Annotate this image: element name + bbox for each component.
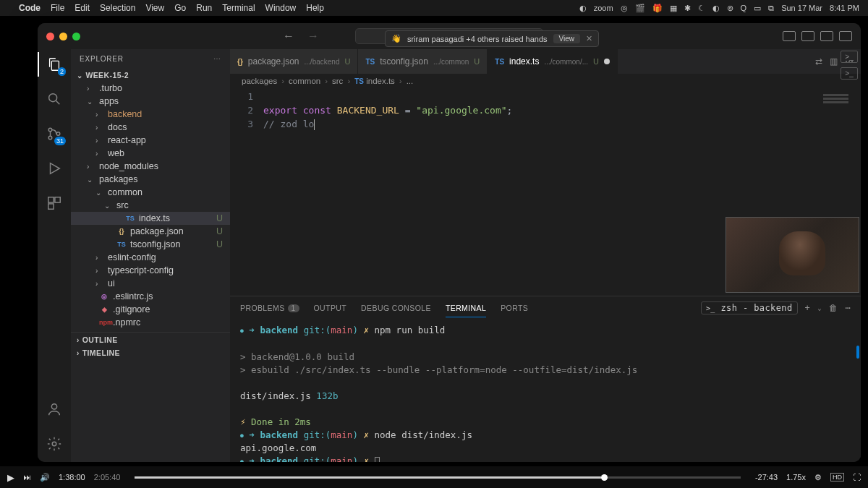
more-icon[interactable]: ⋯ <box>845 303 851 313</box>
nav-forward-icon[interactable]: → <box>307 30 319 43</box>
compare-icon[interactable]: ⇄ <box>815 56 822 67</box>
file-.npmrc[interactable]: npm.npmrc <box>71 316 230 329</box>
close-window-button[interactable] <box>46 33 54 40</box>
control-center-icon[interactable]: ⧉ <box>768 4 774 13</box>
folder-common[interactable]: ⌄common <box>71 186 230 199</box>
folder-node_modules[interactable]: ›node_modules <box>71 160 230 173</box>
menubar-icon[interactable]: ◐ <box>579 4 587 13</box>
breadcrumb-item[interactable]: common <box>289 77 320 85</box>
terminal-shell-icon[interactable]: >_ <box>841 67 858 80</box>
tab-tsconfig.json[interactable]: TStsconfig.json.../commonU <box>358 49 488 74</box>
tab-index.ts[interactable]: TSindex.ts.../common/...U <box>488 49 618 74</box>
folder-typescript-config[interactable]: ›typescript-config <box>71 264 230 277</box>
menubar-icon[interactable]: ◎ <box>621 4 628 13</box>
folder-src[interactable]: ⌄src <box>71 199 230 212</box>
breadcrumb-item[interactable]: packages <box>242 77 277 85</box>
minimize-window-button[interactable] <box>59 33 67 40</box>
menu-help[interactable]: Help <box>306 3 324 13</box>
folder-apps[interactable]: ⌄apps <box>71 95 230 108</box>
breadcrumb-item[interactable]: src <box>332 77 343 85</box>
menu-selection[interactable]: Selection <box>100 3 135 13</box>
notification-close-button[interactable]: ✕ <box>586 34 592 43</box>
menubar-date[interactable]: Sun 17 Mar <box>781 4 822 12</box>
menu-edit[interactable]: Edit <box>75 3 90 13</box>
layout-primary-icon[interactable] <box>783 31 796 41</box>
menu-view[interactable]: View <box>145 3 164 13</box>
folder-react-app[interactable]: ›react-app <box>71 134 230 147</box>
breadcrumbs[interactable]: packages›common›src›TS index.ts›... <box>230 74 861 88</box>
folder-docs[interactable]: ›docs <box>71 121 230 134</box>
tab-package.json[interactable]: {}package.json.../backendU <box>230 49 358 74</box>
menubar-icon[interactable]: ✱ <box>684 4 691 13</box>
video-speed[interactable]: 1.75x <box>786 473 806 481</box>
webcam-overlay[interactable] <box>726 217 859 293</box>
split-icon[interactable]: ▥ <box>830 56 838 67</box>
terminal-shell-icon[interactable]: >_ <box>841 51 858 63</box>
menubar-icon[interactable]: Q <box>741 4 747 12</box>
kill-terminal-icon[interactable]: 🗑 <box>829 303 838 313</box>
file-tsconfig.json[interactable]: TStsconfig.jsonU <box>71 238 230 251</box>
menubar-icon[interactable]: ◐ <box>712 4 720 13</box>
folder-.turbo[interactable]: ›.turbo <box>71 82 230 95</box>
video-progress[interactable] <box>135 476 740 479</box>
folder-ui[interactable]: ›ui <box>71 277 230 290</box>
file-.gitignore[interactable]: ◆.gitignore <box>71 303 230 316</box>
volume-icon[interactable]: 🔊 <box>40 473 50 482</box>
panel-tab-terminal[interactable]: TERMINAL <box>446 299 486 317</box>
folder-web[interactable]: ›web <box>71 147 230 160</box>
panel-tab-problems[interactable]: PROBLEMS1 <box>240 299 299 317</box>
layout-customize-icon[interactable] <box>839 31 852 41</box>
breadcrumb-item[interactable]: TS index.ts <box>354 77 395 85</box>
menu-terminal[interactable]: Terminal <box>222 3 255 13</box>
notification-view-button[interactable]: View <box>553 34 581 43</box>
activity-account[interactable] <box>45 400 64 419</box>
activity-scm[interactable]: 31 <box>45 124 64 143</box>
maximize-window-button[interactable] <box>72 33 80 40</box>
fullscreen-icon[interactable]: ⛶ <box>853 473 861 481</box>
menu-window[interactable]: Window <box>265 3 297 13</box>
layout-secondary-icon[interactable] <box>820 31 833 41</box>
tree-root[interactable]: ⌄ WEEK-15-2 <box>71 69 230 82</box>
moon-icon[interactable]: ☾ <box>698 4 705 13</box>
sidebar-more-icon[interactable]: ⋯ <box>213 55 221 63</box>
file-index.ts[interactable]: TSindex.tsU <box>71 212 230 225</box>
menu-run[interactable]: Run <box>196 3 212 13</box>
next-button[interactable]: ⏭ <box>23 473 31 481</box>
activity-debug[interactable] <box>45 159 64 178</box>
menu-file[interactable]: File <box>51 3 64 13</box>
menubar-icon[interactable]: ▦ <box>670 4 677 13</box>
layout-panel-icon[interactable] <box>801 31 814 41</box>
play-button[interactable]: ▶ <box>7 472 14 483</box>
settings-icon[interactable]: ⚙ <box>814 473 822 482</box>
captions-icon[interactable]: HD <box>830 473 844 481</box>
menubar-app[interactable]: Code <box>19 3 41 13</box>
menu-go[interactable]: Go <box>174 3 186 13</box>
new-terminal-button[interactable]: + <box>805 303 811 313</box>
breadcrumb-item[interactable]: ... <box>407 77 414 85</box>
activity-explorer[interactable]: 2 <box>45 55 64 74</box>
terminal-dropdown-icon[interactable]: ⌄ <box>817 304 822 312</box>
panel-tab-ports[interactable]: PORTS <box>501 299 528 317</box>
timeline-section[interactable]: › TIMELINE <box>71 346 230 359</box>
activity-extensions[interactable] <box>45 194 64 213</box>
terminal-scrollbar[interactable] <box>856 346 859 359</box>
activity-search[interactable] <box>45 90 64 108</box>
panel-tab-debug-console[interactable]: DEBUG CONSOLE <box>361 299 431 317</box>
menubar-icon[interactable]: 🎁 <box>652 4 663 13</box>
zoom-status[interactable]: zoom <box>594 4 613 12</box>
terminal[interactable]: ● ➜ backend git:(main) ✗ npm run build >… <box>230 320 861 462</box>
menubar-icon[interactable]: 🎬 <box>635 4 645 13</box>
activity-settings[interactable] <box>45 435 64 453</box>
file-package.json[interactable]: {}package.jsonU <box>71 225 230 238</box>
file-.eslintrc.js[interactable]: ◎.eslintrc.js <box>71 290 230 303</box>
battery-icon[interactable]: ▭ <box>754 4 761 13</box>
nav-back-icon[interactable]: ← <box>283 30 294 43</box>
outline-section[interactable]: › OUTLINE <box>71 332 230 346</box>
folder-eslint-config[interactable]: ›eslint-config <box>71 251 230 264</box>
folder-backend[interactable]: ›backend <box>71 108 230 121</box>
panel-tab-output[interactable]: OUTPUT <box>314 299 347 317</box>
terminal-selector[interactable]: >_ zsh - backend <box>701 301 798 314</box>
menubar-time[interactable]: 8:41 PM <box>830 4 859 12</box>
folder-packages[interactable]: ⌄packages <box>71 173 230 186</box>
wifi-icon[interactable]: ⊚ <box>727 4 733 13</box>
